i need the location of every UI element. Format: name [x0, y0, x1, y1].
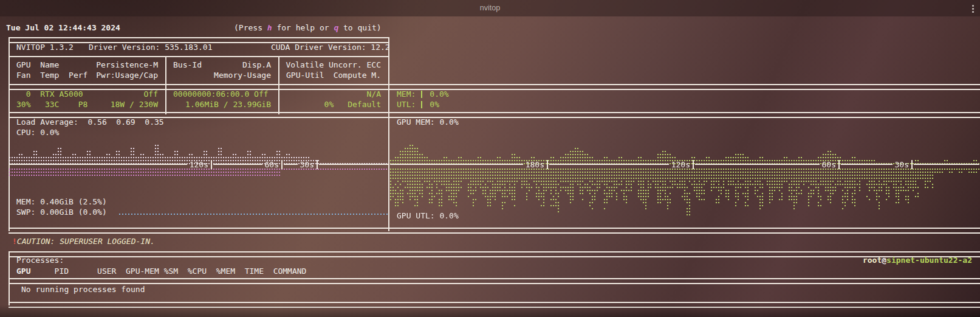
- caution-bang: !: [12, 237, 17, 246]
- head-cell-busid: Bus-IdDisp.A: [165, 60, 278, 70]
- cpu-time-axis: 120s60s30s: [9, 160, 388, 169]
- head-cell-ecc: Volatile Uncorr. ECC: [278, 60, 388, 70]
- app-version: NVITOP 1.3.2: [16, 42, 74, 52]
- processes-title: Processes:: [16, 255, 64, 265]
- gpu-row-memory: 1.06MiB / 23.99GiB: [165, 99, 278, 110]
- gpu-utl-percent-text: GPU UTL: 0.0%: [397, 211, 459, 221]
- border-processes-left: [9, 251, 10, 305]
- session-host: sipnet-ubuntu22-a2: [886, 256, 972, 265]
- axis-line: [284, 164, 298, 165]
- axis-tick-label: 120s: [669, 160, 690, 169]
- swap-history-line: [119, 214, 388, 215]
- processes-header-row: GPU PID USER GPU-MEM %SM %CPU %MEM TIME …: [16, 266, 306, 276]
- gpu-memory-value: 1.06MiB / 23.99GiB: [185, 99, 271, 110]
- gpu-compute-value: Default: [348, 99, 381, 110]
- axis-tick-label: 120s: [187, 160, 208, 169]
- border-processes-bottom: [9, 302, 980, 308]
- gpu-row-util: 0%Default: [278, 99, 388, 110]
- gpu-persistence-value: Off: [144, 89, 158, 99]
- axis-line: [841, 164, 893, 165]
- head-persistence-label: Persistence-M: [96, 60, 158, 70]
- axis-tick-mark: [317, 160, 318, 169]
- cpu-percent-text: CPU: 0.0%: [16, 127, 59, 138]
- axis-tick-mark: [693, 160, 694, 169]
- axis-line: [390, 164, 523, 165]
- driver-version: Driver Version: 535.183.01: [89, 42, 213, 52]
- gpu-time-axis: 180s120s60s30s: [390, 160, 979, 169]
- gpu-mem-gauge: MEM:0.0%: [397, 89, 449, 99]
- load-average-text: Load Average: 0.56 0.69 0.35: [16, 117, 164, 127]
- mem-usage-text: MEM: 0.40GiB (2.5%): [16, 197, 107, 207]
- gpu-row-ecc: N/A: [278, 89, 388, 99]
- axis-line: [549, 164, 669, 165]
- help-mid: for help or: [272, 23, 334, 32]
- gpu-utl-gauge-value: 0%: [430, 100, 439, 109]
- help-prefix: (Press: [234, 23, 267, 32]
- head-cell-fan-temp: Fan Temp PerfPwr:Usage/Cap: [9, 70, 165, 80]
- gpu-mem-gauge-label: MEM:: [397, 89, 416, 99]
- border-processes-header-bottom: [9, 278, 980, 284]
- gpu-power-value: 18W / 230W: [111, 99, 158, 110]
- axis-tick-label: 180s: [523, 160, 544, 169]
- axis-line: [914, 164, 979, 165]
- head-cell-gpu-name: GPU NamePersistence-M: [9, 60, 165, 70]
- border-mid: [388, 37, 389, 231]
- window-title: nvitop: [0, 4, 980, 12]
- head-gpuutil-label: GPU-Util: [286, 70, 324, 80]
- border-header-divider: [9, 56, 389, 57]
- axis-tick-label: 30s: [893, 160, 909, 169]
- gpu-busid-value: 00000000:06:00.0 Off: [173, 89, 269, 99]
- desktop: nvitop Tue Jul 02 12:44:43 2024 (Press h…: [0, 0, 980, 317]
- gpu-mem-gauge-bar: [421, 91, 422, 98]
- swap-usage-text: SWP: 0.00GiB (0.0%): [16, 207, 107, 217]
- head-power-label: Pwr:Usage/Cap: [96, 70, 158, 80]
- axis-tick-mark: [838, 160, 840, 169]
- caution-text: CAUTION: SUPERUSER LOGGED-IN.: [17, 237, 155, 246]
- head-dispa-label: Disp.A: [242, 60, 271, 70]
- help-hint: (Press h for help or q to quit): [234, 23, 382, 33]
- gpu-row-fan-temp: 30% 33C P818W / 230W: [9, 99, 165, 110]
- axis-line: [319, 164, 388, 165]
- axis-tick-mark: [547, 160, 548, 169]
- window-titlebar[interactable]: nvitop: [0, 0, 980, 16]
- head-fan-temp-label: Fan Temp Perf: [16, 70, 87, 80]
- gpu-utl-gauge-bar: [421, 101, 422, 108]
- axis-tick-mark: [211, 160, 212, 169]
- help-suffix: to quit): [338, 23, 381, 32]
- head-cell-util: GPU-UtilCompute M.: [278, 70, 388, 80]
- gpu-mem-percent-text: GPU MEM: 0.0%: [397, 117, 459, 127]
- session-identity: root@sipnet-ubuntu22-a2: [863, 255, 972, 265]
- gpu-ecc-value: N/A: [367, 89, 381, 99]
- gpu-fan-temp-perf: 30% 33C P8: [16, 99, 87, 110]
- no-processes-message: No running processes found: [21, 284, 145, 294]
- head-gpu-name-label: GPU Name: [16, 60, 59, 70]
- axis-tick-mark: [911, 160, 913, 169]
- axis-line: [695, 164, 820, 165]
- gpu-index-name: 0 RTX A5000: [16, 89, 83, 99]
- gpu-utilization-history-graph: [390, 169, 979, 223]
- head-ecc-label: Volatile Uncorr. ECC: [286, 60, 381, 70]
- axis-line: [9, 164, 187, 165]
- gpu-utl-gauge: UTL:0%: [397, 99, 439, 110]
- axis-tick-label: 60s: [262, 160, 279, 169]
- head-memory-label: Memory-Usage: [214, 70, 271, 80]
- kebab-menu-icon[interactable]: [972, 5, 974, 7]
- session-user: root: [863, 256, 882, 265]
- gpu-utl-gauge-label: UTL:: [397, 100, 416, 109]
- datetime-text: Tue Jul 02 12:44:43 2024: [6, 23, 120, 33]
- head-busid-label: Bus-Id: [173, 60, 202, 70]
- border-processes-top: [9, 251, 980, 257]
- border-panels-bottom: [9, 228, 980, 234]
- gpu-row-busid: 00000000:06:00.0 Off: [165, 89, 278, 99]
- caution-message: !CAUTION: SUPERUSER LOGGED-IN.: [12, 236, 155, 246]
- axis-tick-label: 60s: [820, 160, 836, 169]
- host-memory-history-graph: [9, 169, 388, 181]
- axis-line: [213, 164, 262, 165]
- help-key-h: h: [267, 23, 272, 32]
- gpu-row-id-name: 0 RTX A5000Off: [9, 89, 165, 99]
- cuda-version: CUDA Driver Version: 12.2: [271, 42, 390, 52]
- processes-header-rest: PID USER GPU-MEM %SM %CPU %MEM TIME COMM…: [30, 266, 306, 276]
- head-cell-memory: Memory-Usage: [165, 70, 278, 80]
- gpu-util-value: 0%: [286, 99, 334, 110]
- gpu-mem-gauge-value: 0.0%: [430, 89, 448, 99]
